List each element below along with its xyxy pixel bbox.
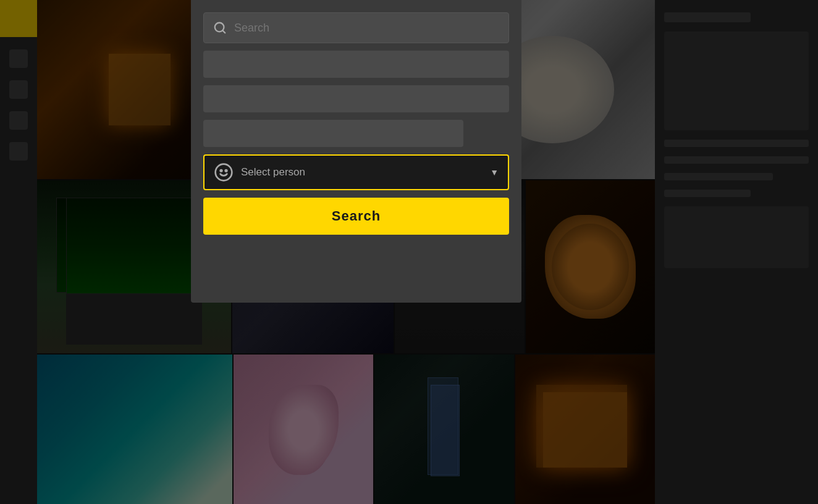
svg-point-3 <box>221 170 222 172</box>
placeholder-row-1 <box>203 51 509 78</box>
select-person-label: Select person <box>241 166 483 178</box>
select-person-dropdown[interactable]: Select person ▼ <box>203 154 509 190</box>
modal-search-bar[interactable] <box>203 12 509 43</box>
search-icon <box>213 21 227 35</box>
svg-point-4 <box>226 170 227 172</box>
face-icon <box>214 162 234 182</box>
svg-point-2 <box>216 164 232 181</box>
dropdown-arrow-icon: ▼ <box>490 167 499 177</box>
placeholder-row-2 <box>203 85 509 112</box>
search-input[interactable] <box>234 22 499 35</box>
search-modal: Select person ▼ Search <box>191 0 521 303</box>
search-button[interactable]: Search <box>203 198 509 235</box>
placeholder-row-3 <box>203 120 463 147</box>
svg-line-1 <box>222 30 225 33</box>
